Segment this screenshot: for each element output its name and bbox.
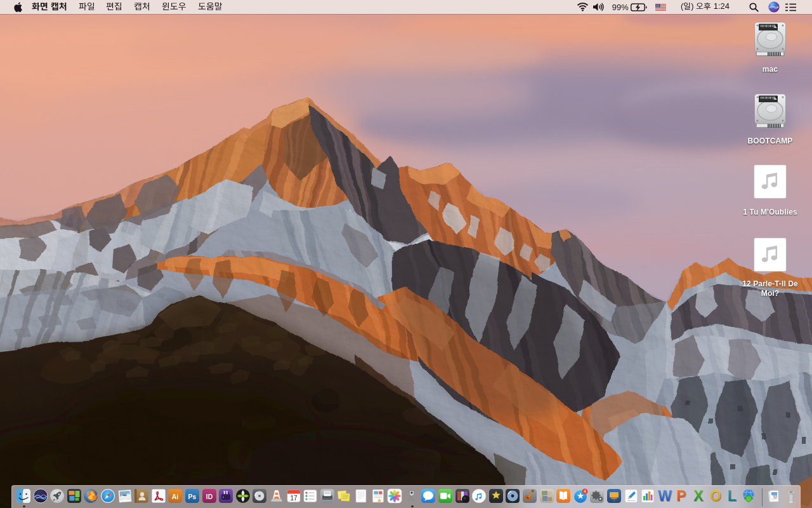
- svg-text:ID: ID: [206, 493, 213, 500]
- svg-text:4: 4: [584, 489, 586, 493]
- svg-text:17: 17: [290, 495, 298, 502]
- svg-text:P: P: [676, 488, 686, 504]
- svg-text:Ai: Ai: [172, 493, 179, 500]
- svg-text:L: L: [728, 488, 737, 504]
- svg-text:X: X: [693, 488, 704, 504]
- svg-text:O: O: [710, 488, 721, 504]
- svg-text:W: W: [658, 488, 672, 504]
- svg-text:Ps: Ps: [188, 493, 197, 500]
